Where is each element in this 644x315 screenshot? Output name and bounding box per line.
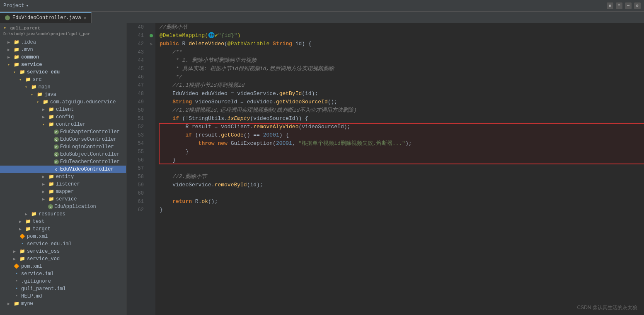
code-text: getCode: [221, 131, 244, 139]
sidebar-item-mynw[interactable]: ▶ 📁 mynw: [0, 300, 126, 308]
sidebar-item-com-atguigu[interactable]: ▾ 📁 com.atguigu.eduservice: [0, 98, 126, 106]
sidebar-item-educourse[interactable]: C EduCourseController: [0, 136, 126, 143]
code-text: ();: [208, 198, 218, 206]
main-area: ▾ guli_parent D:\study\java\code\project…: [0, 23, 644, 315]
sidebar-item-test[interactable]: ▶ 📁 test: [0, 218, 126, 225]
sidebar-item-label: service_edu.iml: [27, 241, 72, 247]
sidebar-item-label: .mvn: [21, 47, 33, 53]
sidebar-item-label: test: [33, 219, 45, 225]
code-text: }: [160, 206, 163, 214]
code-text: @PathVariable: [228, 40, 273, 48]
sidebar-item-edusubject[interactable]: C EduSubjectController: [0, 151, 126, 158]
sidebar-item-src[interactable]: ▾ 📁 src: [0, 76, 126, 83]
sidebar-item-java[interactable]: ▾ 📁 java: [0, 91, 126, 98]
arrow-marker: ▷: [150, 42, 153, 46]
breakpoint-marker: [150, 34, 153, 37]
sidebar-item-label: src: [33, 77, 42, 83]
folder-icon: 📁: [19, 249, 26, 254]
sidebar-item-guli-parent-iml[interactable]: ▪ guli_parent.iml: [0, 285, 126, 293]
sidebar-item-main[interactable]: ▾ 📁 main: [0, 83, 126, 91]
code-text: public: [160, 40, 182, 48]
sidebar-item-listener[interactable]: ▶ 📁 listener: [0, 181, 126, 188]
code-text: //2.删除小节: [160, 173, 207, 181]
code-text: (id);: [302, 90, 318, 98]
sidebar-item-mvn[interactable]: ▶ 📁 .mvn: [0, 46, 126, 54]
sidebar-item-service[interactable]: ▾ 📁 service: [0, 61, 126, 68]
java-class-icon: C: [54, 137, 59, 142]
sidebar-item-controller[interactable]: ▾ 📁 controller: [0, 121, 126, 128]
sidebar-item-educhapter[interactable]: C EduChapterController: [0, 128, 126, 136]
sidebar-item-label: config: [56, 114, 74, 120]
sidebar-item-edulogin[interactable]: C EduLoginController: [0, 143, 126, 151]
code-text: * 1. 删除小节时删除阿里云视频: [160, 56, 257, 65]
iml-icon: ▪: [13, 286, 20, 292]
sidebar-item-label: common: [21, 54, 39, 60]
code-text: getById: [279, 90, 302, 98]
sidebar-item-config[interactable]: ▶ 📁 config: [0, 113, 126, 121]
tab-eduvideo[interactable]: EduVideoController.java ✕: [0, 12, 92, 23]
sidebar-item-service-iml[interactable]: ▪ service.iml: [0, 270, 126, 278]
sidebar-item-eduteacher[interactable]: C EduTeacherController: [0, 158, 126, 166]
code-text: );: [405, 139, 412, 148]
sidebar-item-service-edu[interactable]: ▾ 📁 service_edu: [0, 68, 126, 76]
code-text: deleteVideo: [189, 40, 224, 48]
sidebar-item-entity[interactable]: ▶ 📁 entity: [0, 173, 126, 181]
sidebar-item-label: listener: [56, 181, 80, 187]
code-line-57: [160, 164, 644, 173]
toolbar-list-icon[interactable]: ≡: [616, 2, 622, 9]
code-text: */: [160, 73, 182, 81]
code-text: }: [160, 156, 176, 164]
sidebar-item-label: service: [56, 196, 77, 202]
folder-icon: 📁: [48, 114, 55, 120]
sidebar-item-resources[interactable]: ▶ 📁 resources: [0, 210, 126, 218]
sidebar-item-label: target: [33, 226, 51, 232]
code-text: R result = vodClient.: [160, 123, 253, 131]
sidebar-item-idea[interactable]: ▶ 📁 .idea: [0, 39, 126, 46]
code-line-60: [160, 189, 644, 198]
project-dropdown[interactable]: ▾: [26, 3, 29, 8]
sidebar-item-service-vod[interactable]: ▶ 📁 service_vod: [0, 255, 126, 263]
iml-icon: ▪: [13, 271, 20, 277]
folder-icon: 📁: [48, 122, 55, 127]
code-line-45: * 具体实现: 根据小节id得到视频id,然后调用方法实现视频删除: [160, 65, 644, 73]
code-text: return: [160, 198, 195, 206]
sidebar-item-pom-edu[interactable]: 🔶 pom.xml: [0, 233, 126, 240]
sidebar-item-label: com.atguigu.eduservice: [50, 99, 116, 105]
folder-icon: 📁: [13, 54, 20, 60]
sidebar-item-mapper[interactable]: ▶ 📁 mapper: [0, 188, 126, 195]
code-line-41: @DeleteMapping(🌐✔"{id}"): [160, 32, 644, 40]
code-text: //删除小节: [160, 23, 188, 32]
code-line-46: */: [160, 73, 644, 81]
sidebar-item-label: service_edu: [27, 69, 60, 75]
code-text: String: [273, 40, 295, 48]
sidebar-item-service2[interactable]: ▶ 📁 service: [0, 195, 126, 203]
sidebar-item-label: entity: [56, 174, 74, 180]
code-text: "{id}": [218, 32, 237, 40]
sidebar-item-help-md[interactable]: ▪ HELP.md: [0, 293, 126, 300]
code-text: EduVideo eduVideo = videoService.: [160, 90, 279, 98]
tab-close-button[interactable]: ✕: [84, 15, 87, 21]
sidebar-item-target[interactable]: ▶ 📁 target: [0, 225, 126, 233]
sidebar-item-label: EduTeacherController: [60, 159, 120, 165]
sidebar-item-service-oss[interactable]: ▶ 📁 service_oss: [0, 248, 126, 255]
sidebar-item-label: service.iml: [21, 271, 54, 277]
project-label[interactable]: Project ▾: [3, 3, 29, 9]
toolbar-dash-icon[interactable]: —: [625, 2, 632, 9]
sidebar-item-client[interactable]: ▶ 📁 client: [0, 106, 126, 113]
sidebar-item-eduapp[interactable]: C EduApplication: [0, 203, 126, 210]
sidebar-item-label: service_vod: [27, 256, 60, 262]
sidebar-item-label: EduCourseController: [60, 137, 117, 142]
sidebar-item-eduvideo[interactable]: C EduVideoController: [0, 166, 126, 173]
toolbar-settings-icon[interactable]: ⚙: [634, 2, 641, 9]
sidebar-item-service-edu-iml[interactable]: ▪ service_edu.iml: [0, 240, 126, 248]
sidebar-header: ▾ guli_parent D:\study\java\code\project…: [0, 23, 126, 39]
sidebar-item-common[interactable]: ▶ 📁 common: [0, 54, 126, 61]
code-editor[interactable]: //删除小节 @DeleteMapping(🌐✔"{id}") public R…: [155, 23, 644, 315]
project-text: Project: [3, 3, 24, 9]
toolbar-add-icon[interactable]: ⊕: [607, 2, 613, 9]
code-text: throw: [160, 139, 218, 148]
sidebar-item-pom-root[interactable]: 🔶 pom.xml: [0, 263, 126, 270]
java-class-icon: C: [54, 167, 59, 172]
sidebar-item-gitignore[interactable]: ▪ .gitignore: [0, 278, 126, 285]
sidebar-item-label: pom.xml: [27, 234, 48, 239]
